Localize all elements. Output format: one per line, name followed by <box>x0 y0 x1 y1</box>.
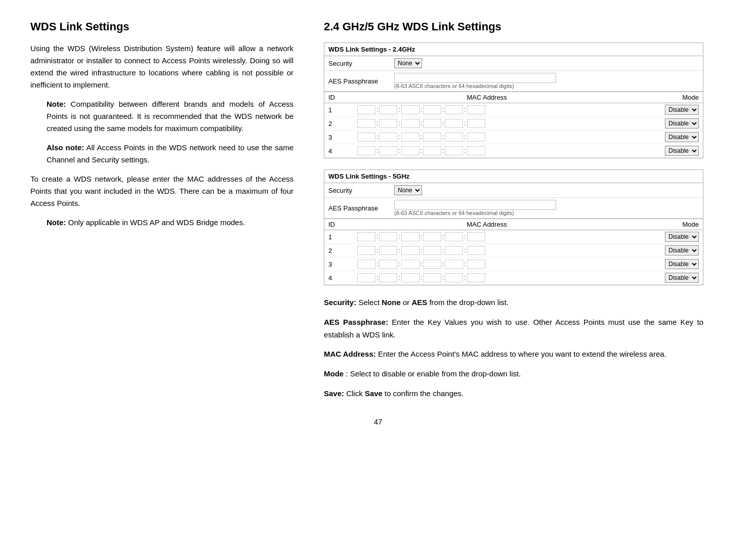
mac-octet-5[interactable] <box>445 146 463 155</box>
mac-octet-6[interactable] <box>467 105 485 114</box>
mode-select[interactable]: DisableEnable <box>665 118 699 129</box>
mode-select[interactable]: DisableEnable <box>665 245 699 255</box>
aes-input-24[interactable] <box>394 73 556 83</box>
mac-octet-5[interactable] <box>445 133 463 142</box>
mac-octet-3[interactable] <box>401 246 419 255</box>
row-mode: DisableEnable <box>620 103 703 117</box>
mac-octet-4[interactable] <box>423 260 441 269</box>
mac-octet-4[interactable] <box>423 119 441 128</box>
mac-octet-1[interactable] <box>357 133 375 142</box>
mac-octet-1[interactable] <box>357 119 375 128</box>
row-mode: DisableEnable <box>620 230 703 244</box>
desc-mac: MAC Address: Enter the Access Point's MA… <box>324 348 703 361</box>
mac-octet-3[interactable] <box>401 273 419 282</box>
security-select-24[interactable]: None AES <box>394 58 422 68</box>
aes-row-24: AES Passphrase (8-63 ASCII characters or… <box>324 71 703 92</box>
mac-separator: : <box>421 233 422 240</box>
mac-separator: : <box>442 261 444 268</box>
row-mac: ::::: <box>353 258 620 271</box>
mac-octet-3[interactable] <box>401 133 419 142</box>
aes-hint-5: (8-63 ASCII characters or 64 hexadecimal… <box>394 210 699 216</box>
mac-octet-6[interactable] <box>467 119 485 128</box>
mac-octet-2[interactable] <box>379 232 397 241</box>
security-select-5[interactable]: None AES <box>394 185 422 195</box>
mac-octet-6[interactable] <box>467 146 485 155</box>
security-label-5: Security <box>328 187 394 194</box>
row-mac: ::::: <box>353 230 620 244</box>
mode-select[interactable]: DisableEnable <box>665 132 699 142</box>
mode-select[interactable]: DisableEnable <box>665 105 699 115</box>
mac-octet-2[interactable] <box>379 246 397 255</box>
mac-separator: : <box>442 247 444 254</box>
mac-octet-3[interactable] <box>401 232 419 241</box>
mac-octet-5[interactable] <box>445 105 463 114</box>
mac-octet-4[interactable] <box>423 105 441 114</box>
note2-label: Also note: <box>47 143 84 152</box>
mac-separator: : <box>421 261 422 268</box>
mac-octet-4[interactable] <box>423 146 441 155</box>
mac-octet-3[interactable] <box>401 119 419 128</box>
mac-octet-6[interactable] <box>467 246 485 255</box>
mac-octet-4[interactable] <box>423 133 441 142</box>
table-row: 2:::::DisableEnable <box>324 244 703 258</box>
para2: To create a WDS network, please enter th… <box>30 173 293 209</box>
mac-separator: : <box>421 134 422 141</box>
mac-octet-6[interactable] <box>467 260 485 269</box>
mode-select[interactable]: DisableEnable <box>665 146 699 156</box>
mac-octet-5[interactable] <box>445 232 463 241</box>
mac-octet-3[interactable] <box>401 146 419 155</box>
note2-content: All Access Points in the WDS network nee… <box>47 143 293 164</box>
mac-octet-4[interactable] <box>423 246 441 255</box>
security-value-5: None AES <box>394 185 699 195</box>
mode-select[interactable]: DisableEnable <box>665 232 699 242</box>
row-id: 2 <box>324 244 353 258</box>
mac-octet-3[interactable] <box>401 105 419 114</box>
mac-octet-4[interactable] <box>423 232 441 241</box>
row-mode: DisableEnable <box>620 271 703 285</box>
mac-separator: : <box>376 247 378 254</box>
mac-octet-5[interactable] <box>445 119 463 128</box>
mac-octet-2[interactable] <box>379 133 397 142</box>
mac-octet-2[interactable] <box>379 146 397 155</box>
mac-octet-1[interactable] <box>357 146 375 155</box>
mac-separator: : <box>398 247 400 254</box>
table-row: 2:::::DisableEnable <box>324 117 703 131</box>
col-id-24: ID <box>324 92 353 103</box>
note1-content: Compatibility between different brands a… <box>47 100 293 133</box>
desc-security-label: Security: <box>324 298 356 307</box>
mac-octet-1[interactable] <box>357 232 375 241</box>
mac-octet-3[interactable] <box>401 260 419 269</box>
mac-octet-2[interactable] <box>379 119 397 128</box>
mac-octet-1[interactable] <box>357 105 375 114</box>
table-5-title: WDS Link Settings - 5GHz <box>324 170 703 183</box>
row-id: 1 <box>324 103 353 117</box>
table-row: 3:::::DisableEnable <box>324 258 703 271</box>
mode-select[interactable]: DisableEnable <box>665 259 699 269</box>
security-row-24: Security None AES <box>324 56 703 71</box>
page-footer: 47 <box>30 417 726 426</box>
mac-separator: : <box>398 274 400 281</box>
mac-octet-1[interactable] <box>357 273 375 282</box>
mac-octet-2[interactable] <box>379 260 397 269</box>
mac-octet-5[interactable] <box>445 246 463 255</box>
mac-octet-6[interactable] <box>467 232 485 241</box>
security-value-24: None AES <box>394 58 699 68</box>
mac-octet-2[interactable] <box>379 273 397 282</box>
col-mode-5: Mode <box>620 219 703 230</box>
mode-select[interactable]: DisableEnable <box>665 273 699 283</box>
aes-input-5[interactable] <box>394 200 556 210</box>
mac-separator: : <box>442 147 444 154</box>
mac-octet-2[interactable] <box>379 105 397 114</box>
mac-octet-5[interactable] <box>445 273 463 282</box>
aes-value-24: (8-63 ASCII characters or 64 hexadecimal… <box>394 73 699 89</box>
mac-octet-6[interactable] <box>467 133 485 142</box>
right-heading: 2.4 GHz/5 GHz WDS Link Settings <box>324 20 703 33</box>
mac-octet-6[interactable] <box>467 273 485 282</box>
mac-octet-4[interactable] <box>423 273 441 282</box>
mac-octet-1[interactable] <box>357 260 375 269</box>
mac-separator: : <box>398 261 400 268</box>
mac-input-group: ::::: <box>357 246 616 255</box>
mac-octet-5[interactable] <box>445 260 463 269</box>
mac-octet-1[interactable] <box>357 246 375 255</box>
row-id: 3 <box>324 258 353 271</box>
